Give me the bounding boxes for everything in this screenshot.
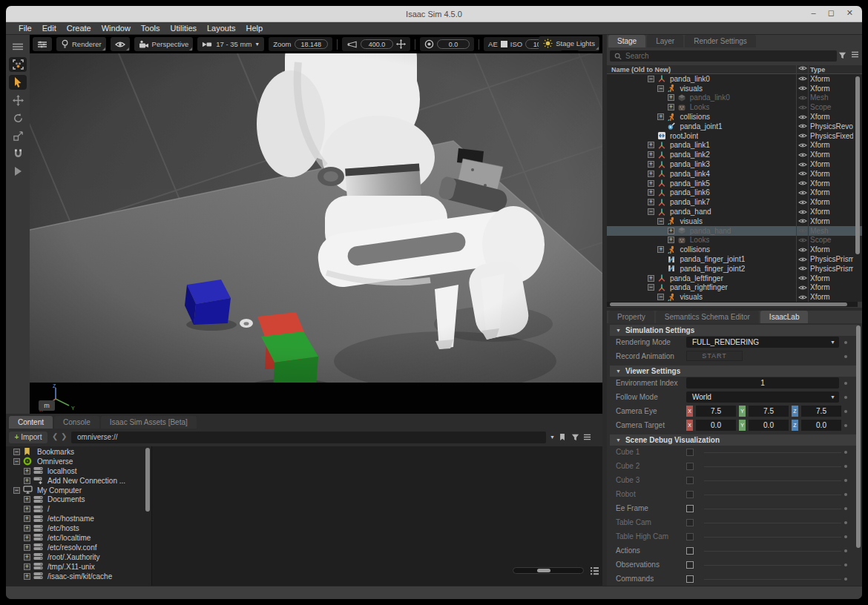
import-button[interactable]: + Import xyxy=(9,432,47,443)
content-row--tmp-x11-unix[interactable]: +/tmp/.X11-unix xyxy=(6,562,144,572)
plus-expander-icon[interactable]: + xyxy=(24,573,30,580)
eye-icon[interactable] xyxy=(798,180,809,186)
menu-window[interactable]: Window xyxy=(96,24,136,33)
plus-expander-icon[interactable]: + xyxy=(24,525,30,532)
plus-expander-icon[interactable]: + xyxy=(657,246,664,253)
reset-dot-icon[interactable] xyxy=(844,493,847,496)
eye-icon[interactable] xyxy=(798,123,809,129)
cube-2-checkbox[interactable] xyxy=(686,463,694,470)
plus-expander-icon[interactable]: + xyxy=(24,544,30,551)
property-tab-semantics-schema-editor[interactable]: Semantics Schema Editor xyxy=(656,311,759,323)
reset-dot-icon[interactable] xyxy=(844,410,847,413)
move-tool-tool-button[interactable] xyxy=(9,93,27,108)
plus-expander-icon[interactable]: + xyxy=(24,496,30,503)
plus-expander-icon[interactable]: + xyxy=(24,506,30,512)
camera-eye-x-field[interactable]: 7.5 xyxy=(696,406,736,417)
stage-row-rootJoint[interactable]: rootJointPhysicsFixedJoin xyxy=(607,131,862,141)
filter-icon[interactable] xyxy=(838,51,846,59)
stage-row-panda_hand[interactable]: −panda_handXform xyxy=(607,207,862,216)
stage-row-Looks[interactable]: +LooksScope xyxy=(607,102,862,112)
eye-icon[interactable] xyxy=(798,152,809,158)
stage-row-panda_link4[interactable]: +panda_link4Xform xyxy=(607,169,862,179)
plus-expander-icon[interactable]: + xyxy=(657,113,664,120)
stage-row-panda_joint1[interactable]: panda_joint1PhysicsRevolute xyxy=(607,122,862,131)
reset-dot-icon[interactable] xyxy=(844,578,847,581)
stage-search-input[interactable]: Search xyxy=(610,50,837,62)
plus-expander-icon[interactable]: + xyxy=(24,563,30,570)
table-cam-checkbox[interactable] xyxy=(686,519,694,526)
content-tab-console[interactable]: Console xyxy=(54,416,99,429)
menu-layouts[interactable]: Layouts xyxy=(202,24,241,33)
bookmark-icon[interactable] xyxy=(559,433,566,441)
eye-icon[interactable] xyxy=(798,105,809,110)
eye-icon[interactable] xyxy=(798,95,809,101)
plus-expander-icon[interactable]: + xyxy=(24,554,30,561)
eye-icon[interactable] xyxy=(798,133,809,139)
property-tab-isaaclab[interactable]: IsaacLab xyxy=(760,311,809,323)
eye-icon[interactable] xyxy=(798,114,809,120)
minus-expander-icon[interactable]: − xyxy=(648,208,654,215)
snap-tool-tool-button[interactable] xyxy=(9,146,27,161)
viewport-3d-scene[interactable] xyxy=(30,53,602,383)
stage-row-panda_link2[interactable]: +panda_link2Xform xyxy=(607,150,862,159)
content-tab-isaac-sim-assets-beta-[interactable]: Isaac Sim Assets [Beta] xyxy=(101,416,197,429)
menu-file[interactable]: File xyxy=(13,24,37,33)
focal-value-field[interactable]: 400.0 xyxy=(361,39,393,49)
eye-icon[interactable] xyxy=(798,218,809,224)
forward-button[interactable]: ❯ xyxy=(61,432,67,440)
eye-icon[interactable] xyxy=(798,199,809,205)
stage-row-collisions[interactable]: +collisionsXform xyxy=(607,112,862,122)
plus-expander-icon[interactable]: + xyxy=(24,468,30,475)
menu-edit[interactable]: Edit xyxy=(37,24,62,33)
reset-dot-icon[interactable] xyxy=(844,341,847,344)
eye-icon[interactable] xyxy=(798,237,809,243)
eye-icon[interactable] xyxy=(798,247,809,253)
filter-icon[interactable] xyxy=(571,433,579,441)
plus-expander-icon[interactable]: + xyxy=(648,171,654,177)
eye-icon[interactable] xyxy=(798,190,809,196)
content-row--etc-localtime[interactable]: +/etc/localtime xyxy=(6,533,144,543)
environment-index-field[interactable]: 1 xyxy=(686,377,839,389)
stage-row-panda_finger_joint1[interactable]: panda_finger_joint1PhysicsPrismatic xyxy=(607,254,862,264)
section-simulation-settings[interactable]: ▼Simulation Settings xyxy=(610,325,859,336)
content-row--etc-resolv-conf[interactable]: +/etc/resolv.conf xyxy=(6,543,144,552)
stage-row-panda_link1[interactable]: +panda_link1Xform xyxy=(607,141,862,151)
section-scene-debug-visualization[interactable]: ▼Scene Debug Visualization xyxy=(610,434,859,446)
menu-tools[interactable]: Tools xyxy=(136,24,165,33)
commands-checkbox[interactable] xyxy=(686,575,694,583)
play-tool-button[interactable] xyxy=(9,164,27,179)
exposure-value-field[interactable]: 0.0 xyxy=(437,39,470,49)
plus-expander-icon[interactable]: + xyxy=(648,161,654,168)
isaaclab-scrollbar[interactable] xyxy=(856,325,861,548)
stage-row-panda_link5[interactable]: +panda_link5Xform xyxy=(607,179,862,188)
stage-tree-scrollbar[interactable] xyxy=(855,76,860,254)
back-button[interactable]: ❮ xyxy=(52,432,58,440)
zoom-value-field[interactable]: 18.148 xyxy=(295,39,329,49)
close-button[interactable]: ✕ xyxy=(846,8,853,18)
eye-icon[interactable] xyxy=(798,275,809,281)
content-row-my-computer[interactable]: −My Computer xyxy=(6,486,144,495)
plus-expander-icon[interactable]: + xyxy=(648,189,654,196)
stage-row-panda_link3[interactable]: +panda_link3Xform xyxy=(607,159,862,169)
visibility-button[interactable] xyxy=(111,37,130,51)
stage-row-panda_link0[interactable]: −panda_link0Xform xyxy=(607,74,862,84)
plus-expander-icon[interactable]: + xyxy=(648,275,654,282)
camera-eye-y-field[interactable]: 7.5 xyxy=(749,406,789,417)
lens-button[interactable]: 17 - 35 mm ▼ xyxy=(197,37,264,51)
minus-expander-icon[interactable]: − xyxy=(13,458,20,465)
reset-dot-icon[interactable] xyxy=(844,465,847,468)
stage-row-visuals[interactable]: −visualsXform xyxy=(607,84,862,93)
eye-icon[interactable] xyxy=(798,228,809,234)
eye-icon[interactable] xyxy=(798,265,809,271)
stage-row-panda_link0[interactable]: +panda_link0Mesh xyxy=(607,93,862,103)
stage-row-visuals[interactable]: −visualsXform xyxy=(607,216,862,226)
menu-grip-tool-button[interactable] xyxy=(9,39,27,54)
reset-dot-icon[interactable] xyxy=(844,549,847,552)
blue-cube[interactable] xyxy=(185,280,231,325)
minimize-button[interactable]: – xyxy=(812,8,816,18)
reset-dot-icon[interactable] xyxy=(844,563,847,566)
camera-target-z-field[interactable]: 0.0 xyxy=(801,420,841,431)
camera-target-y-field[interactable]: 0.0 xyxy=(749,420,789,431)
path-dropdown-icon[interactable]: ▼ xyxy=(550,434,555,440)
selection-mode-tool-button[interactable] xyxy=(9,57,27,72)
